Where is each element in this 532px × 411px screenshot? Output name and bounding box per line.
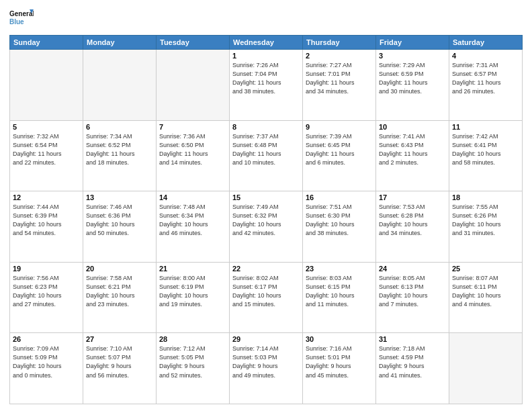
week-row-5: 26Sunrise: 7:09 AM Sunset: 5:09 PM Dayli… [10, 333, 523, 404]
day-info: Sunrise: 7:29 AM Sunset: 6:59 PM Dayligh… [379, 61, 446, 96]
day-number: 25 [452, 265, 519, 273]
day-info: Sunrise: 7:36 AM Sunset: 6:50 PM Dayligh… [159, 132, 226, 167]
day-cell: 23Sunrise: 8:03 AM Sunset: 6:15 PM Dayli… [303, 262, 376, 333]
day-number: 31 [379, 335, 446, 343]
day-info: Sunrise: 8:03 AM Sunset: 6:15 PM Dayligh… [306, 274, 373, 309]
day-info: Sunrise: 7:42 AM Sunset: 6:41 PM Dayligh… [452, 132, 519, 167]
day-info: Sunrise: 7:51 AM Sunset: 6:30 PM Dayligh… [306, 203, 373, 238]
day-info: Sunrise: 8:07 AM Sunset: 6:11 PM Dayligh… [452, 274, 519, 309]
col-header-wednesday: Wednesday [230, 36, 303, 50]
day-number: 1 [232, 52, 300, 60]
day-info: Sunrise: 7:56 AM Sunset: 6:23 PM Dayligh… [13, 274, 80, 309]
day-info: Sunrise: 7:48 AM Sunset: 6:34 PM Dayligh… [159, 203, 226, 238]
day-info: Sunrise: 7:46 AM Sunset: 6:36 PM Dayligh… [86, 203, 153, 238]
week-row-3: 12Sunrise: 7:44 AM Sunset: 6:39 PM Dayli… [10, 191, 523, 263]
day-number: 4 [452, 52, 519, 60]
day-number: 16 [306, 193, 373, 201]
day-cell: 27Sunrise: 7:10 AM Sunset: 5:07 PM Dayli… [83, 333, 157, 404]
day-cell: 18Sunrise: 7:55 AM Sunset: 6:26 PM Dayli… [449, 191, 523, 263]
day-cell: 8Sunrise: 7:37 AM Sunset: 6:48 PM Daylig… [230, 120, 303, 191]
day-info: Sunrise: 7:32 AM Sunset: 6:54 PM Dayligh… [13, 132, 80, 167]
day-cell: 10Sunrise: 7:41 AM Sunset: 6:43 PM Dayli… [376, 120, 449, 191]
day-info: Sunrise: 7:18 AM Sunset: 4:59 PM Dayligh… [379, 345, 446, 379]
day-cell: 2Sunrise: 7:27 AM Sunset: 7:01 PM Daylig… [303, 50, 376, 121]
day-cell: 31Sunrise: 7:18 AM Sunset: 4:59 PM Dayli… [376, 333, 449, 404]
day-number: 21 [159, 265, 226, 273]
day-info: Sunrise: 7:09 AM Sunset: 5:09 PM Dayligh… [13, 345, 80, 379]
day-cell [449, 333, 523, 404]
col-header-sunday: Sunday [10, 36, 83, 50]
day-cell: 7Sunrise: 7:36 AM Sunset: 6:50 PM Daylig… [157, 120, 230, 191]
day-info: Sunrise: 7:34 AM Sunset: 6:52 PM Dayligh… [86, 132, 153, 167]
day-cell: 19Sunrise: 7:56 AM Sunset: 6:23 PM Dayli… [10, 262, 83, 333]
day-number: 17 [379, 193, 446, 201]
day-cell: 4Sunrise: 7:31 AM Sunset: 6:57 PM Daylig… [449, 50, 523, 121]
day-number: 18 [452, 193, 519, 201]
day-info: Sunrise: 7:31 AM Sunset: 6:57 PM Dayligh… [452, 61, 519, 96]
day-cell [83, 50, 157, 121]
day-number: 30 [306, 335, 373, 343]
day-info: Sunrise: 7:26 AM Sunset: 7:04 PM Dayligh… [232, 61, 300, 96]
day-cell: 15Sunrise: 7:49 AM Sunset: 6:32 PM Dayli… [230, 191, 303, 263]
day-info: Sunrise: 7:55 AM Sunset: 6:26 PM Dayligh… [452, 203, 519, 238]
page: General Blue SundayMondayTuesdayWednesda… [0, 0, 532, 411]
day-number: 19 [13, 265, 80, 273]
day-number: 14 [159, 193, 226, 201]
day-number: 7 [159, 123, 226, 131]
day-cell: 6Sunrise: 7:34 AM Sunset: 6:52 PM Daylig… [83, 120, 157, 191]
day-number: 2 [306, 52, 373, 60]
day-number: 6 [86, 123, 153, 131]
col-header-saturday: Saturday [449, 36, 523, 50]
day-info: Sunrise: 7:58 AM Sunset: 6:21 PM Dayligh… [86, 274, 153, 309]
day-cell: 21Sunrise: 8:00 AM Sunset: 6:19 PM Dayli… [157, 262, 230, 333]
day-info: Sunrise: 8:00 AM Sunset: 6:19 PM Dayligh… [159, 274, 226, 309]
week-row-1: 1Sunrise: 7:26 AM Sunset: 7:04 PM Daylig… [10, 50, 523, 121]
svg-text:General: General [9, 10, 34, 17]
day-cell: 28Sunrise: 7:12 AM Sunset: 5:05 PM Dayli… [157, 333, 230, 404]
day-number: 8 [232, 123, 300, 131]
day-number: 29 [232, 335, 300, 343]
day-cell: 16Sunrise: 7:51 AM Sunset: 6:30 PM Dayli… [303, 191, 376, 263]
day-number: 15 [232, 193, 300, 201]
day-number: 11 [452, 123, 519, 131]
col-header-friday: Friday [376, 36, 449, 50]
day-info: Sunrise: 7:37 AM Sunset: 6:48 PM Dayligh… [232, 132, 300, 167]
day-cell: 14Sunrise: 7:48 AM Sunset: 6:34 PM Dayli… [157, 191, 230, 263]
day-cell: 3Sunrise: 7:29 AM Sunset: 6:59 PM Daylig… [376, 50, 449, 121]
day-cell: 5Sunrise: 7:32 AM Sunset: 6:54 PM Daylig… [10, 120, 83, 191]
day-number: 3 [379, 52, 446, 60]
day-cell: 20Sunrise: 7:58 AM Sunset: 6:21 PM Dayli… [83, 262, 157, 333]
day-number: 27 [86, 335, 153, 343]
day-info: Sunrise: 7:27 AM Sunset: 7:01 PM Dayligh… [306, 61, 373, 96]
day-number: 9 [306, 123, 373, 131]
day-info: Sunrise: 8:02 AM Sunset: 6:17 PM Dayligh… [232, 274, 300, 309]
day-info: Sunrise: 7:10 AM Sunset: 5:07 PM Dayligh… [86, 345, 153, 379]
day-info: Sunrise: 7:39 AM Sunset: 6:45 PM Dayligh… [306, 132, 373, 167]
col-header-thursday: Thursday [303, 36, 376, 50]
day-number: 20 [86, 265, 153, 273]
day-cell: 24Sunrise: 8:05 AM Sunset: 6:13 PM Dayli… [376, 262, 449, 333]
day-cell [157, 50, 230, 121]
logo: General Blue [9, 7, 34, 31]
day-cell: 12Sunrise: 7:44 AM Sunset: 6:39 PM Dayli… [10, 191, 83, 263]
day-info: Sunrise: 7:41 AM Sunset: 6:43 PM Dayligh… [379, 132, 446, 167]
col-header-monday: Monday [83, 36, 157, 50]
day-number: 26 [13, 335, 80, 343]
day-cell: 26Sunrise: 7:09 AM Sunset: 5:09 PM Dayli… [10, 333, 83, 404]
day-info: Sunrise: 7:12 AM Sunset: 5:05 PM Dayligh… [159, 345, 226, 379]
day-number: 13 [86, 193, 153, 201]
day-info: Sunrise: 7:14 AM Sunset: 5:03 PM Dayligh… [232, 345, 300, 379]
day-number: 10 [379, 123, 446, 131]
week-row-4: 19Sunrise: 7:56 AM Sunset: 6:23 PM Dayli… [10, 262, 523, 333]
day-info: Sunrise: 7:44 AM Sunset: 6:39 PM Dayligh… [13, 203, 80, 238]
logo-svg: General Blue [9, 7, 34, 31]
day-cell: 1Sunrise: 7:26 AM Sunset: 7:04 PM Daylig… [230, 50, 303, 121]
day-info: Sunrise: 7:53 AM Sunset: 6:28 PM Dayligh… [379, 203, 446, 238]
day-number: 12 [13, 193, 80, 201]
day-number: 22 [232, 265, 300, 273]
svg-text:Blue: Blue [9, 18, 24, 26]
day-cell: 17Sunrise: 7:53 AM Sunset: 6:28 PM Dayli… [376, 191, 449, 263]
day-cell [10, 50, 83, 121]
day-info: Sunrise: 7:16 AM Sunset: 5:01 PM Dayligh… [306, 345, 373, 379]
day-cell: 11Sunrise: 7:42 AM Sunset: 6:41 PM Dayli… [449, 120, 523, 191]
